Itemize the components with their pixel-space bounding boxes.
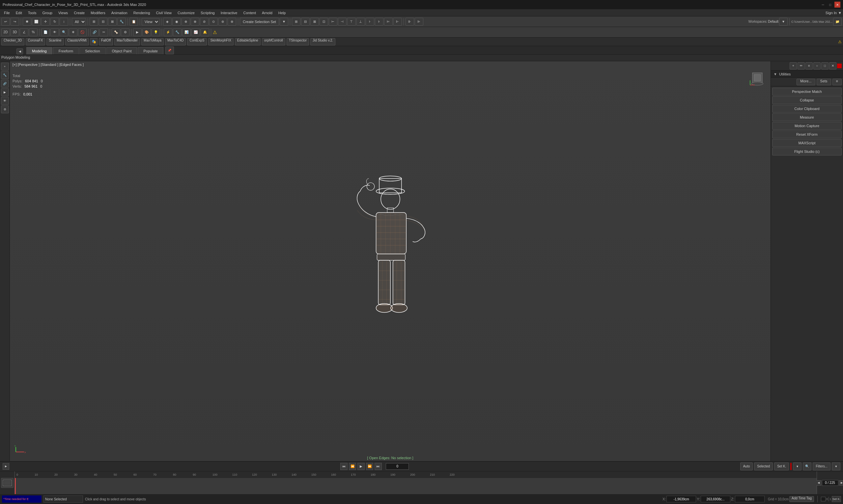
select-filter-dropdown[interactable]: All	[72, 18, 86, 25]
tool2[interactable]: ◉	[172, 18, 181, 26]
array-btn[interactable]: ⊠	[108, 18, 116, 26]
timeline-track[interactable]: 0 10 20 30 40 50 60 70 80 90 100 110 120…	[15, 471, 817, 494]
sidebar-create[interactable]: +	[1, 62, 9, 71]
hide-btn[interactable]: 🚫	[78, 28, 87, 36]
sidebar-hierarchy[interactable]: 🔗	[1, 80, 9, 88]
sign-in-dropdown[interactable]: ▼	[838, 11, 842, 15]
select-object-btn[interactable]: ✱	[23, 18, 31, 26]
tab-modeling[interactable]: Modeling	[26, 47, 52, 54]
plugin-skinmorphfix[interactable]: SkinMorphFIX	[208, 38, 234, 46]
frame-counter-display[interactable]: 0 / 225	[822, 480, 838, 486]
tool10[interactable]: ⊟	[301, 18, 310, 26]
viewport[interactable]: [+] [Perspective ] [Standard ] [Edged Fa…	[10, 61, 771, 461]
menu-views[interactable]: Views	[56, 10, 71, 16]
tool19[interactable]: ⊨	[384, 18, 393, 26]
snap-3d[interactable]: 3D	[11, 28, 19, 36]
sidebar-motion[interactable]: ▶	[1, 88, 9, 96]
view-dropdown[interactable]: View	[142, 18, 159, 25]
tool13[interactable]: ⊢	[329, 18, 337, 26]
menu-file[interactable]: File	[1, 10, 13, 16]
menu-group[interactable]: Group	[39, 10, 55, 16]
playhead[interactable]	[15, 478, 16, 494]
tab-arrow-left[interactable]: ◀	[16, 49, 23, 54]
set-k-btn2[interactable]: Set K.	[832, 496, 841, 502]
rig-btn[interactable]: ⚙	[121, 28, 129, 36]
tab-populate[interactable]: Populate	[138, 47, 163, 54]
render-btn[interactable]: ▶	[133, 28, 142, 36]
snap-2d[interactable]: 2D	[1, 28, 10, 36]
plugin-ico1[interactable]: 🎭	[90, 38, 97, 46]
goto-end-btn[interactable]: ⏭	[375, 463, 382, 470]
redo-button[interactable]: ↪	[11, 18, 19, 26]
extra5[interactable]: 🔔	[201, 28, 209, 36]
extra3[interactable]: 📊	[182, 28, 191, 36]
tab-freeform[interactable]: Freeform	[53, 47, 79, 54]
util-sets-btn[interactable]: Sets	[817, 79, 831, 85]
play-btn[interactable]: ▶	[3, 463, 9, 470]
rp-btn-pencil[interactable]: ✏	[797, 62, 805, 70]
search-btn[interactable]: 🔍	[803, 463, 811, 470]
util-motion-capture[interactable]: Motion Capture	[772, 122, 842, 130]
sidebar-modify[interactable]: 🔧	[1, 71, 9, 79]
plugin-contexps[interactable]: ContExpS	[187, 38, 207, 46]
util-collapse[interactable]: Collapse	[772, 96, 842, 104]
tab-object-paint[interactable]: Object Paint	[106, 47, 137, 54]
plugin-checker3d[interactable]: Checker_3D	[1, 38, 24, 46]
filters-btn[interactable]: Filters...	[813, 463, 830, 470]
tool22[interactable]: ⊫	[415, 18, 423, 26]
plugin-coronafx[interactable]: CoronaFX	[26, 38, 46, 46]
plugin-maxtoblender[interactable]: MaxToBlender	[114, 38, 140, 46]
plugin-editablespline[interactable]: EditableSpline	[235, 38, 261, 46]
mirror-btn[interactable]: ⊟	[99, 18, 107, 26]
plugin-tsinspector[interactable]: TSInspector	[287, 38, 309, 46]
align-btn[interactable]: ⊞	[90, 18, 98, 26]
util-maxscript[interactable]: MAXScript	[772, 139, 842, 147]
tool7[interactable]: ⊚	[218, 18, 227, 26]
play-anim-btn[interactable]: ▶	[357, 463, 365, 470]
tool1[interactable]: ◈	[163, 18, 172, 26]
prev-frame-btn[interactable]: ⏪	[349, 463, 356, 470]
tool14[interactable]: ⊣	[338, 18, 346, 26]
util-more-btn[interactable]: More...	[796, 79, 815, 85]
tool5[interactable]: ⊘	[200, 18, 209, 26]
move-btn[interactable]: ✛	[41, 18, 50, 26]
selected-btn[interactable]: Selected	[754, 463, 773, 470]
menu-rendering[interactable]: Rendering	[131, 10, 153, 16]
light-btn[interactable]: 💡	[151, 28, 160, 36]
sidebar-display[interactable]: 👁	[1, 97, 9, 105]
create-selection-dropdown[interactable]: ▼	[280, 18, 288, 26]
extra1[interactable]: ⚡	[164, 28, 172, 36]
next-frame-btn[interactable]: ⏩	[366, 463, 373, 470]
rp-btn-layers[interactable]: ≡	[805, 62, 813, 70]
select-region-btn[interactable]: ⬜	[32, 18, 40, 26]
snap-percent[interactable]: %	[29, 28, 38, 36]
util-measure[interactable]: Measure	[772, 113, 842, 121]
util-reset-xform[interactable]: Reset XForm	[772, 130, 842, 138]
tool17[interactable]: ⊦	[366, 18, 374, 26]
y-value[interactable]: 263,6908c...	[701, 496, 730, 502]
set-key-btn[interactable]: Set K.	[774, 463, 789, 470]
plugin-maxtoc4d[interactable]: MaxToC4D	[165, 38, 186, 46]
menu-edit[interactable]: Edit	[13, 10, 25, 16]
plugin-maxtomaya[interactable]: MaxToMaya	[141, 38, 164, 46]
menu-content[interactable]: Content	[240, 10, 258, 16]
tab-pin[interactable]: 📌	[165, 47, 174, 54]
plugin-orphfcontroll[interactable]: orphfControll	[262, 38, 285, 46]
tool4[interactable]: ⊗	[191, 18, 199, 26]
material-btn[interactable]: 🎨	[142, 28, 151, 36]
layer-btn[interactable]: 📄	[41, 28, 50, 36]
frame-next-btn[interactable]: ▶	[839, 480, 843, 486]
undo-button[interactable]: ↩	[1, 18, 10, 26]
close-button[interactable]: ✕	[835, 2, 840, 7]
util-flight-studio[interactable]: Flight Studio (c)	[772, 148, 842, 156]
tool16[interactable]: ⊥	[356, 18, 365, 26]
display-btn[interactable]: 👁	[50, 28, 59, 36]
tool8[interactable]: ⊛	[228, 18, 236, 26]
path-browse[interactable]: 📁	[833, 18, 842, 26]
rp-btn-plus[interactable]: +	[790, 62, 797, 70]
freeze-btn[interactable]: ❄	[69, 28, 77, 36]
extra4[interactable]: 📈	[192, 28, 200, 36]
maximize-button[interactable]: □	[827, 2, 833, 7]
tool3[interactable]: ⊕	[181, 18, 190, 26]
snap-angle[interactable]: ∠	[20, 28, 28, 36]
